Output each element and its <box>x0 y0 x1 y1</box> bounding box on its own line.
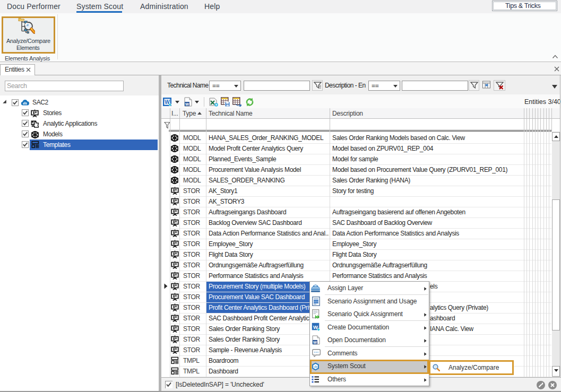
svg-text:W: W <box>313 324 318 330</box>
svg-text:W: W <box>185 102 189 107</box>
svg-text:W: W <box>313 340 317 345</box>
